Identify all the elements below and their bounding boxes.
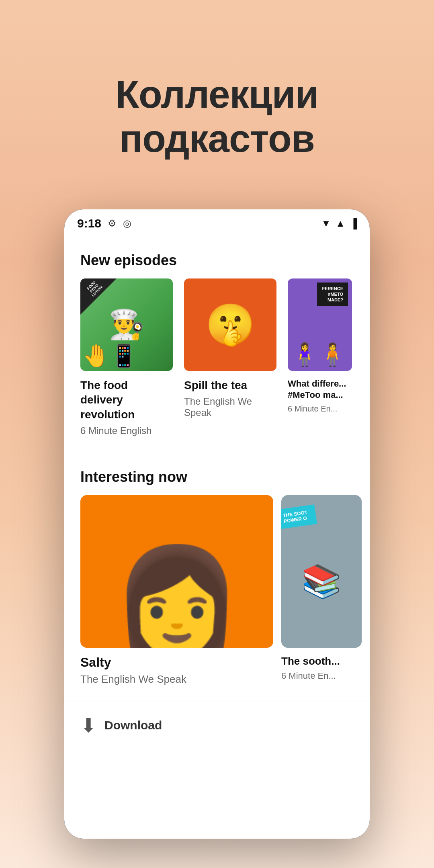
new-episodes-section: New episodes FOODREVOLUTION 👨‍🍳 🤚📱 [64, 236, 370, 452]
settings-icon: ⚙ [108, 218, 117, 229]
episode-title-tea: Spill the tea [184, 378, 276, 393]
interesting-now-heading: Interesting now [64, 452, 370, 495]
episode-thumb-tea[interactable]: 🤫 [184, 278, 276, 371]
interesting-card-salty[interactable]: 👩 Salty The English We Speak [80, 495, 273, 686]
episode-show-tea: The English We Speak [184, 396, 276, 418]
metoo-ribbon: FERENCE#MeToMADE? [317, 283, 348, 306]
books-icon: 📚 [301, 563, 342, 600]
page-background: Коллекции подкастов 9:18 ⚙ ◎ ▼ ▲ ▐ New e… [0, 0, 434, 839]
interesting-show-sooth: 6 Minute En... [281, 671, 362, 681]
interesting-card-sooth[interactable]: THE SOOTPOWER O 📚 The sooth... 6 Minute … [281, 495, 362, 686]
episode-card-metoo[interactable]: FERENCE#MeToMADE? 🧍‍♀️🧍 What differe...#… [288, 278, 352, 436]
episode-card-tea[interactable]: 🤫 Spill the tea The English We Speak [184, 278, 276, 436]
status-time: 9:18 [77, 217, 101, 230]
download-icon: ⬇ [80, 714, 96, 737]
interesting-thumb-salty[interactable]: 👩 [80, 495, 273, 648]
metoo-figures-icon: 🧍‍♀️🧍 [291, 342, 346, 368]
woman-icon: 👩 [112, 554, 242, 648]
phone-device: 9:18 ⚙ ◎ ▼ ▲ ▐ New episodes [64, 209, 370, 839]
new-episodes-heading: New episodes [64, 236, 370, 278]
sooth-ribbon: THE SOOTPOWER O [281, 504, 317, 529]
status-bar: 9:18 ⚙ ◎ ▼ ▲ ▐ [64, 209, 370, 236]
download-label: Download [104, 719, 162, 732]
episode-thumb-food[interactable]: FOODREVOLUTION 👨‍🍳 🤚📱 [80, 278, 173, 371]
cast-icon: ◎ [123, 218, 131, 229]
bottom-download-area[interactable]: ⬇ Download [64, 702, 370, 749]
interesting-thumb-sooth[interactable]: THE SOOTPOWER O 📚 [281, 495, 362, 648]
app-content: New episodes FOODREVOLUTION 👨‍🍳 🤚📱 [64, 236, 370, 839]
episode-thumb-metoo[interactable]: FERENCE#MeToMADE? 🧍‍♀️🧍 [288, 278, 352, 371]
episode-title-food: The food delivery revolution [80, 378, 173, 422]
episode-show-food: 6 Minute English [80, 425, 173, 436]
hand-phone-icon: 🤚📱 [82, 343, 138, 369]
episode-title-metoo: What differe...#MeToo ma... [288, 378, 352, 401]
interesting-now-section: Interesting now 👩 Salty The English We S… [64, 452, 370, 702]
whisper-icon: 🤫 [205, 301, 256, 348]
signal-icon: ▲ [336, 218, 345, 229]
interesting-title-salty: Salty [80, 655, 273, 670]
chef-icon: 👨‍🍳 [108, 307, 145, 342]
interesting-now-scroll[interactable]: 👩 Salty The English We Speak THE SOOTPOW… [64, 495, 370, 686]
battery-icon: ▐ [350, 218, 357, 229]
interesting-show-salty: The English We Speak [80, 673, 273, 686]
page-title-section: Коллекции подкастов [0, 0, 434, 209]
wifi-icon: ▼ [321, 218, 331, 229]
page-title: Коллекции подкастов [32, 72, 402, 161]
new-episodes-scroll[interactable]: FOODREVOLUTION 👨‍🍳 🤚📱 The food delivery … [64, 278, 370, 452]
interesting-title-sooth: The sooth... [281, 655, 362, 667]
episode-card-food[interactable]: FOODREVOLUTION 👨‍🍳 🤚📱 The food delivery … [80, 278, 173, 436]
episode-show-metoo: 6 Minute En... [288, 404, 352, 414]
